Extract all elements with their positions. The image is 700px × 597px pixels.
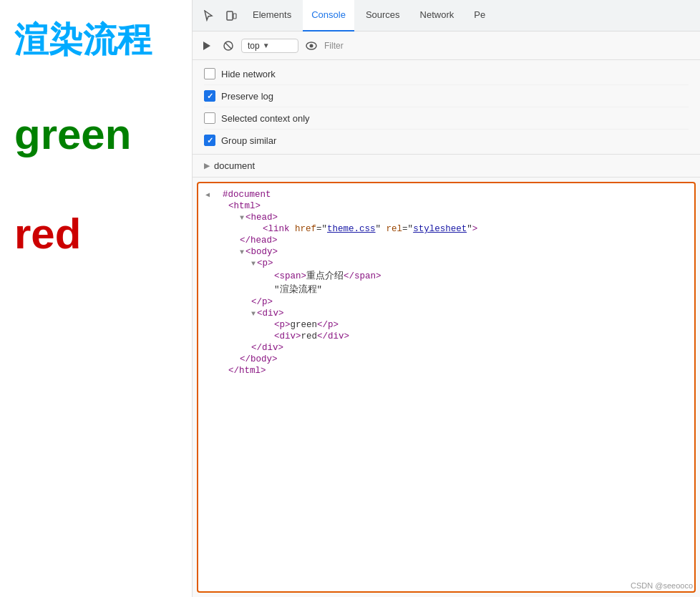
dom-line-link: <link href="theme.css" rel="stylesheet">: [198, 223, 694, 235]
dom-line-span: <span>重点介绍</span>: [198, 269, 694, 283]
run-button[interactable]: [198, 37, 215, 54]
eye-icon[interactable]: [303, 37, 320, 54]
filter-label: Filter: [324, 41, 344, 51]
left-panel: 渲染流程 green red: [0, 0, 192, 597]
checkbox-preserve-log[interactable]: Preserve log: [204, 85, 689, 107]
clear-button[interactable]: [220, 37, 237, 54]
checkbox-preserve-log-box[interactable]: [204, 90, 215, 102]
triangle-body[interactable]: ▼: [240, 248, 244, 256]
checkbox-group-similar[interactable]: Group similar: [204, 130, 689, 151]
triangle-head[interactable]: ▼: [240, 214, 244, 222]
dropdown-arrow-icon: ▼: [263, 42, 270, 49]
svg-marker-2: [203, 42, 210, 50]
triangle-p[interactable]: ▼: [251, 260, 256, 268]
dom-line-body-close: </body>: [198, 354, 694, 365]
dom-line-document: ◀ #document: [198, 189, 694, 200]
devtools-panel: Elements Console Sources Network Pe top …: [192, 0, 700, 597]
triangle-document[interactable]: ◀: [205, 190, 210, 199]
checkbox-preserve-log-label: Preserve log: [221, 91, 273, 102]
context-selector[interactable]: top ▼: [241, 39, 298, 53]
device-icon[interactable]: [221, 6, 241, 26]
watermark: CSDN @seeooco: [631, 581, 693, 590]
tab-elements[interactable]: Elements: [244, 0, 300, 31]
dom-line-body-open: ▼ <body>: [198, 246, 694, 258]
checkbox-selected-context[interactable]: Selected context only: [204, 107, 689, 130]
document-label: document: [214, 160, 255, 171]
tab-performance[interactable]: Pe: [465, 0, 494, 31]
tab-sources[interactable]: Sources: [357, 0, 409, 31]
triangle-div[interactable]: ▼: [251, 310, 256, 318]
dom-line-p-open: ▼ <p>: [198, 258, 694, 269]
dom-line-text-render: "渲染流程": [198, 283, 694, 296]
tab-bar: Elements Console Sources Network Pe: [193, 0, 700, 31]
expand-arrow-icon: ▶: [204, 161, 210, 170]
tab-network[interactable]: Network: [412, 0, 463, 31]
svg-point-6: [310, 44, 313, 47]
svg-line-4: [225, 43, 231, 49]
dom-line-p-close: </p>: [198, 296, 694, 308]
checkbox-selected-context-label: Selected context only: [221, 113, 310, 124]
dom-line-head-close: </head>: [198, 235, 694, 246]
tab-console[interactable]: Console: [303, 0, 354, 31]
red-label: red: [14, 209, 178, 258]
dom-line-p-green: <p>green</p>: [198, 319, 694, 331]
checkbox-hide-network-label: Hide network: [221, 69, 276, 79]
dom-line-head-open: ▼ <head>: [198, 212, 694, 223]
dom-line-div-close: </div>: [198, 342, 694, 354]
checkbox-hide-network-box[interactable]: [204, 68, 215, 79]
dom-viewer: ◀ #document <html> ▼ <head> <link href="…: [197, 182, 696, 593]
main-title: 渲染流程: [14, 21, 178, 59]
green-label: green: [14, 110, 178, 159]
dom-line-html-close: </html>: [198, 365, 694, 377]
document-row[interactable]: ▶ document: [193, 155, 700, 178]
checkbox-group-similar-label: Group similar: [221, 135, 276, 146]
dom-line-div-red: <div>red</div>: [198, 331, 694, 342]
svg-rect-0: [227, 11, 233, 20]
console-toolbar: top ▼ Filter: [193, 31, 700, 60]
checkboxes-area: Hide network Preserve log Selected conte…: [193, 60, 700, 155]
svg-rect-1: [233, 14, 236, 19]
checkbox-hide-network[interactable]: Hide network: [204, 63, 689, 85]
checkbox-group-similar-box[interactable]: [204, 135, 215, 146]
dom-line-html: <html>: [198, 200, 694, 212]
cursor-icon[interactable]: [198, 6, 218, 26]
dom-line-div-open: ▼ <div>: [198, 308, 694, 319]
checkbox-selected-context-box[interactable]: [204, 112, 215, 124]
filter-input[interactable]: [348, 39, 694, 52]
